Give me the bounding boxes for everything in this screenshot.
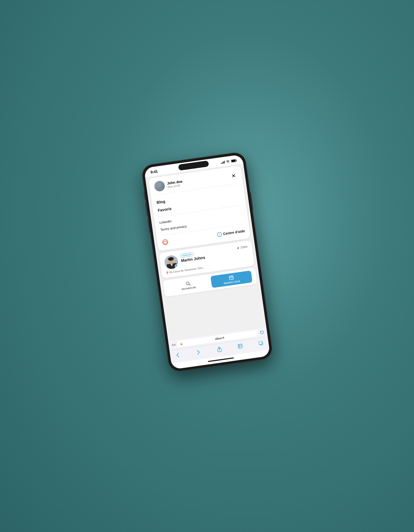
logout-icon (162, 238, 169, 246)
svg-point-4 (156, 187, 164, 192)
svg-point-3 (157, 182, 162, 187)
avatar (154, 180, 165, 192)
phone-silent-button (144, 192, 146, 200)
distance-value: 234m (240, 245, 248, 249)
svg-rect-26 (232, 278, 232, 278)
search-icon (185, 281, 191, 286)
lawyer-info: AVOCAT 234m Martin John (180, 245, 248, 264)
screen-content: John doe Mon profil (145, 163, 270, 370)
svg-rect-24 (230, 278, 231, 278)
tab-rendez-vous-label: RENDEZ-VOUS (223, 280, 240, 284)
scene: 9:41 (0, 0, 414, 532)
phone-volume-down-button (147, 219, 150, 233)
safari-back-button[interactable] (173, 351, 182, 359)
home-bar (208, 357, 234, 362)
svg-line-33 (239, 344, 240, 348)
svg-line-31 (238, 345, 242, 346)
svg-line-32 (238, 346, 242, 347)
svg-line-22 (232, 276, 232, 276)
phone-screen: 9:41 (144, 154, 270, 369)
safari-bookmarks-button[interactable] (235, 342, 245, 350)
profile-section[interactable]: John doe Mon profil (154, 178, 183, 192)
status-time: 9:41 (150, 169, 158, 174)
svg-rect-25 (231, 278, 231, 278)
tab-recherche-label: RECHERCHE (182, 286, 196, 290)
battery-icon (231, 159, 237, 162)
safari-aa-label[interactable]: AA (172, 343, 176, 346)
wifi-icon (226, 160, 230, 163)
help-icon: i (217, 232, 222, 237)
pin-icon (166, 271, 169, 274)
phone-frame: 9:41 (141, 152, 273, 372)
close-button[interactable] (230, 172, 237, 180)
profile-info: John doe Mon profil (167, 179, 183, 189)
calendar-icon (228, 275, 234, 280)
help-label: Centre d'aide (223, 229, 245, 236)
avocat-badge: AVOCAT (180, 252, 194, 258)
svg-marker-14 (237, 247, 239, 249)
logout-button[interactable] (162, 238, 169, 246)
safari-tabs-button[interactable] (256, 339, 266, 347)
safari-reload-icon[interactable] (259, 330, 264, 335)
safari-share-button[interactable] (214, 345, 224, 353)
phone-wrapper: 9:41 (141, 152, 273, 372)
svg-rect-35 (259, 341, 262, 344)
distance-row: 234m (236, 245, 248, 250)
phone-volume-up-button (145, 202, 148, 216)
svg-line-19 (189, 284, 190, 285)
safari-forward-button[interactable] (194, 348, 203, 356)
lawyer-avatar (164, 254, 179, 270)
help-button[interactable]: i Centre d'aide (217, 228, 245, 237)
signal-icon (221, 161, 225, 164)
avatar-image (154, 180, 165, 192)
svg-line-23 (229, 277, 233, 278)
location-icon (236, 246, 240, 249)
phone-power-button (250, 192, 253, 209)
safari-lock-icon: 🔒 (180, 342, 183, 345)
menu-card: John doe Mon profil (148, 166, 250, 251)
status-icons (221, 159, 237, 164)
